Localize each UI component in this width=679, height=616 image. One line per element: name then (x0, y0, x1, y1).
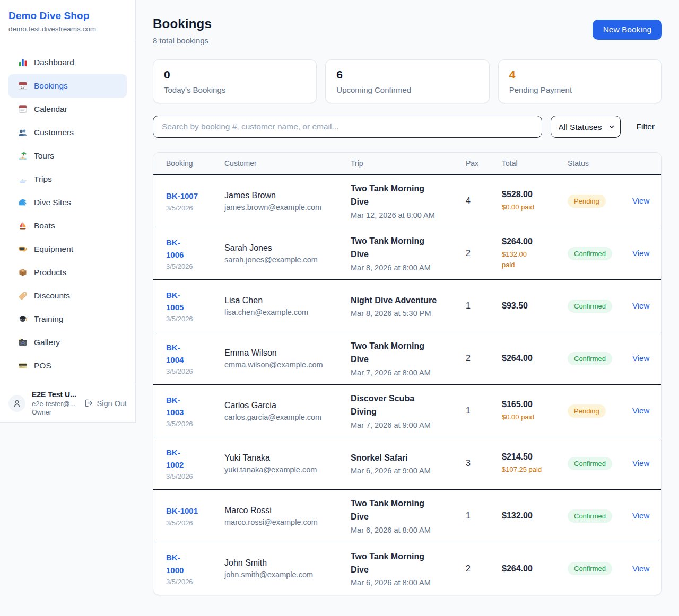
total-amount: $165.00 (502, 400, 568, 409)
brand-domain: demo.test.divestreams.com (8, 25, 127, 33)
booking-id-link[interactable]: BK-1007 (166, 190, 198, 202)
stat-card-pending-payment: 4 Pending Payment (498, 59, 662, 103)
pax-count: 1 (466, 406, 502, 416)
user-role: Owner (32, 409, 76, 416)
customer-name: Yuki Tanaka (224, 453, 351, 463)
camera-icon (18, 337, 28, 348)
credit-card-icon (18, 360, 28, 371)
table-row: BK-1007 3/5/2026 James Brown james.brown… (153, 175, 661, 227)
sidebar-item-dashboard[interactable]: Dashboard (8, 51, 127, 74)
total-amount: $93.50 (502, 301, 568, 311)
trip-name: Two Tank Morning Dive (351, 182, 466, 209)
pax-count: 3 (466, 459, 502, 468)
trip-name: Night Dive Adventure (351, 294, 466, 307)
stat-value: 0 (164, 68, 306, 81)
view-link[interactable]: View (632, 459, 649, 468)
sidebar-item-gallery[interactable]: Gallery (8, 331, 127, 354)
trip-datetime: Mar 12, 2026 at 8:00 AM (351, 211, 466, 219)
booking-id-link[interactable]: BK- 1005 (166, 289, 184, 314)
paid-amount: $132.00 paid (502, 249, 568, 270)
customer-name: Carlos Garcia (224, 401, 351, 410)
sidebar-item-pos[interactable]: POS (8, 354, 127, 377)
trip-datetime: Mar 6, 2026 at 8:00 AM (351, 526, 466, 534)
view-link[interactable]: View (632, 511, 649, 520)
sidebar-item-boats[interactable]: Boats (8, 214, 127, 237)
sidebar-item-customers[interactable]: Customers (8, 121, 127, 144)
wave-icon (18, 197, 28, 208)
column-header-pax: Pax (466, 159, 502, 168)
tag-icon (18, 291, 28, 301)
sidebar-nav: Dashboard 17 Bookings Calendar Customers… (0, 40, 135, 377)
booking-date: 3/5/2026 (166, 315, 224, 323)
booking-id-link[interactable]: BK- 1006 (166, 236, 184, 261)
customer-email: yuki.tanaka@example.com (224, 465, 351, 474)
sidebar-item-bookings[interactable]: 17 Bookings (8, 74, 127, 98)
sidebar-item-discounts[interactable]: Discounts (8, 284, 127, 307)
customer-email: carlos.garcia@example.com (224, 413, 351, 421)
sidebar-item-trips[interactable]: Trips (8, 168, 127, 191)
pax-count: 4 (466, 196, 502, 206)
stat-card-upcoming-confirmed: 6 Upcoming Confirmed (325, 59, 489, 103)
sidebar: Demo Dive Shop demo.test.divestreams.com… (0, 0, 136, 423)
user-meta: E2E Test U... e2e-tester@... Owner (32, 390, 76, 416)
sidebar-item-training[interactable]: Training (8, 307, 127, 331)
brand-block[interactable]: Demo Dive Shop demo.test.divestreams.com (0, 0, 135, 40)
total-amount: $264.00 (502, 564, 568, 574)
trip-datetime: Mar 8, 2026 at 5:30 PM (351, 309, 466, 318)
view-link[interactable]: View (632, 249, 649, 258)
status-filter: All Statuses (551, 116, 621, 138)
stat-value: 4 (509, 68, 651, 81)
view-link[interactable]: View (632, 301, 649, 310)
dive-mask-icon (18, 244, 28, 254)
view-link[interactable]: View (632, 196, 649, 205)
graduation-cap-icon (18, 314, 28, 324)
booking-date: 3/5/2026 (166, 519, 224, 527)
sidebar-item-equipment[interactable]: Equipment (8, 237, 127, 261)
status-badge: Confirmed (568, 352, 612, 365)
sidebar-item-products[interactable]: Products (8, 261, 127, 284)
status-badge: Pending (568, 195, 606, 208)
table-row: BK-1001 3/5/2026 Marco Rossi marco.rossi… (153, 490, 661, 542)
status-filter-select[interactable]: All Statuses (551, 116, 621, 138)
pax-count: 1 (466, 511, 502, 521)
booking-id-link[interactable]: BK-1001 (166, 505, 198, 517)
booking-id-link[interactable]: BK- 1000 (166, 551, 184, 576)
view-link[interactable]: View (632, 564, 649, 573)
island-icon (18, 151, 28, 161)
view-link[interactable]: View (632, 406, 649, 415)
total-amount: $264.00 (502, 237, 568, 247)
customer-name: Marco Rossi (224, 506, 351, 515)
sidebar-item-calendar[interactable]: Calendar (8, 98, 127, 121)
sign-out-label: Sign Out (97, 399, 127, 408)
trip-name: Two Tank Morning Dive (351, 340, 466, 366)
package-icon (18, 267, 28, 278)
trip-datetime: Mar 6, 2026 at 9:00 AM (351, 467, 466, 475)
pax-count: 2 (466, 564, 502, 574)
booking-id-link[interactable]: BK- 1002 (166, 446, 184, 471)
trip-datetime: Mar 6, 2026 at 8:00 AM (351, 578, 466, 587)
sidebar-item-dive-sites[interactable]: Dive Sites (8, 191, 127, 214)
booking-id-link[interactable]: BK- 1003 (166, 394, 184, 419)
booking-id-link[interactable]: BK- 1004 (166, 341, 184, 366)
customer-name: James Brown (224, 191, 351, 200)
sign-out-button[interactable]: Sign Out (84, 399, 127, 408)
column-header-status: Status (568, 159, 632, 168)
table-row: BK- 1002 3/5/2026 Yuki Tanaka yuki.tanak… (153, 437, 661, 490)
new-booking-button[interactable]: New Booking (593, 20, 662, 40)
table-row: BK- 1005 3/5/2026 Lisa Chen lisa.chen@ex… (153, 280, 661, 332)
booking-date: 3/5/2026 (166, 262, 224, 270)
view-link[interactable]: View (632, 354, 649, 363)
paid-amount: $107.25 paid (502, 464, 568, 475)
sidebar-item-tours[interactable]: Tours (8, 144, 127, 168)
table-row: BK- 1004 3/5/2026 Emma Wilson emma.wilso… (153, 332, 661, 385)
bookings-table: Booking Customer Trip Pax Total Status B… (153, 152, 662, 595)
trip-datetime: Mar 7, 2026 at 9:00 AM (351, 421, 466, 429)
search-input[interactable] (153, 116, 542, 138)
customer-email: marco.rossi@example.com (224, 518, 351, 526)
person-icon (12, 399, 22, 408)
bar-chart-icon (18, 57, 28, 68)
pax-count: 2 (466, 354, 502, 363)
trip-name: Two Tank Morning Dive (351, 497, 466, 524)
filter-button[interactable]: Filter (629, 118, 662, 136)
stat-value: 6 (336, 68, 478, 81)
